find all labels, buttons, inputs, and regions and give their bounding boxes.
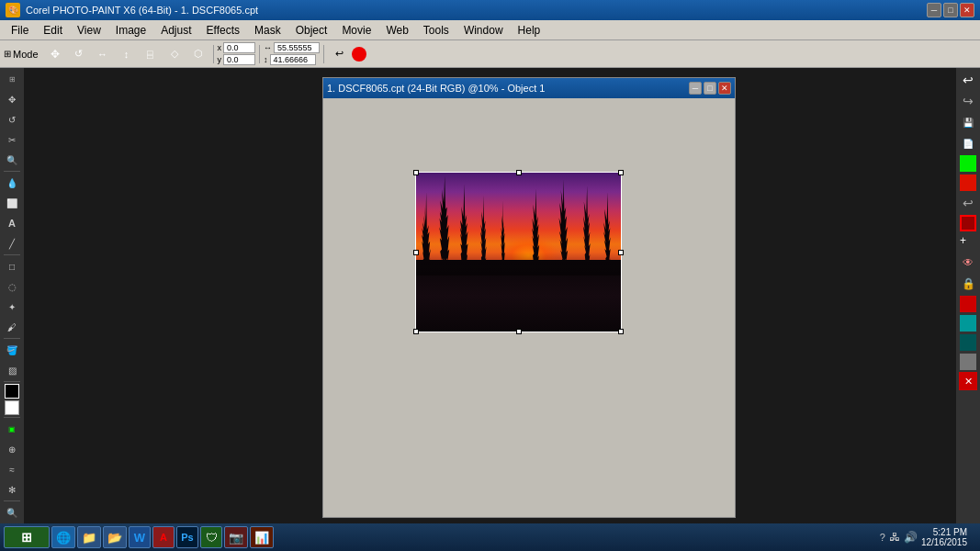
plus-btn[interactable]: +: [960, 234, 976, 251]
tool-crop[interactable]: ✂: [3, 130, 21, 149]
tool-eyedrop[interactable]: 💧: [3, 174, 21, 192]
doc-minimize-btn[interactable]: ─: [689, 82, 702, 95]
taskbar-camera[interactable]: 📷: [224, 526, 248, 548]
handle-tr[interactable]: [618, 170, 624, 175]
taskbar-folder2[interactable]: 📂: [103, 526, 127, 548]
tool-transform[interactable]: ↺: [3, 110, 21, 129]
taskbar-ie[interactable]: 🌐: [51, 526, 75, 548]
tool-move[interactable]: ✥: [3, 90, 21, 108]
tool-magic-wand[interactable]: ✦: [3, 298, 21, 316]
menu-object[interactable]: Object: [288, 20, 335, 39]
handle-bl[interactable]: [413, 329, 419, 334]
tool-effect-brush[interactable]: ✻: [3, 480, 21, 499]
trash-btn[interactable]: ✕: [959, 372, 977, 390]
taskbar-presenter[interactable]: 📊: [250, 526, 274, 548]
red-swatch-top[interactable]: [960, 174, 976, 191]
tool-smear[interactable]: ≈: [3, 460, 21, 478]
red-swatch-mid[interactable]: [960, 296, 976, 312]
start-button[interactable]: ⊞: [4, 526, 50, 548]
taskbar-explorer[interactable]: 📁: [77, 526, 101, 548]
left-toolbox: ⊞ ✥ ↺ ✂ 🔍 💧 ⬜ A ╱ □ ◌ ✦ 🖌 🪣 ▨ ▣ ⊕ ≈ ✻ 🔍: [0, 68, 24, 523]
fg-swatch[interactable]: [5, 384, 19, 399]
handle-mr[interactable]: [618, 250, 624, 255]
question-icon[interactable]: ?: [880, 532, 885, 543]
size-h: ↕ 41.66666: [264, 54, 320, 65]
menu-view[interactable]: View: [70, 20, 108, 39]
teal-swatch[interactable]: [960, 315, 976, 332]
tool-clone[interactable]: ⊕: [3, 440, 21, 458]
rotate-btn[interactable]: ↺: [68, 44, 90, 64]
undo-btn[interactable]: ↩: [958, 70, 978, 90]
undo2-btn[interactable]: ↩: [958, 193, 978, 213]
taskbar-word[interactable]: W: [129, 526, 151, 548]
tool-zoom[interactable]: 🔍: [3, 151, 21, 169]
speaker-icon[interactable]: 🔊: [904, 531, 918, 544]
tool-fill[interactable]: 🪣: [3, 341, 21, 359]
close-button[interactable]: ✕: [960, 3, 974, 17]
distort-btn[interactable]: ◇: [163, 44, 186, 64]
tool-line[interactable]: ╱: [3, 234, 21, 253]
handle-tl[interactable]: [413, 170, 419, 175]
bg-swatch[interactable]: [5, 400, 19, 415]
menu-image[interactable]: Image: [108, 20, 153, 39]
coord-y: y 0.0: [218, 54, 256, 65]
handle-br[interactable]: [618, 329, 624, 334]
menu-tools[interactable]: Tools: [416, 20, 456, 39]
tool-zoom2[interactable]: 🔍: [3, 503, 21, 522]
title-bar-left: 🎨 Corel PHOTO-PAINT X6 (64-Bit) - 1. DSC…: [6, 3, 258, 17]
doc-maximize-btn[interactable]: □: [704, 82, 716, 95]
perspective-btn[interactable]: ⬡: [187, 44, 209, 64]
doc-close-btn[interactable]: ✕: [718, 82, 731, 95]
menu-window[interactable]: Window: [456, 20, 511, 39]
skew-btn[interactable]: ⌸: [140, 44, 162, 64]
folder-icon: 📁: [82, 531, 96, 545]
handle-bc[interactable]: [516, 329, 522, 334]
tool-blend[interactable]: ▣: [3, 420, 21, 438]
doc-title-controls[interactable]: ─ □ ✕: [689, 82, 731, 95]
taskbar-photoshop[interactable]: Ps: [176, 526, 198, 548]
tool-eraser[interactable]: ⬜: [3, 194, 21, 212]
tool-text[interactable]: A: [3, 214, 21, 232]
taskbar-shield[interactable]: 🛡: [200, 526, 222, 548]
taskbar-acrobat[interactable]: A: [152, 526, 175, 548]
right-toolbox: ↩ ↪ 💾 📄 ↩ + 👁 🔒 ✕: [956, 68, 980, 523]
menu-help[interactable]: Help: [511, 20, 548, 39]
green-swatch[interactable]: [960, 155, 976, 172]
apply-btn[interactable]: ↩: [328, 44, 350, 64]
title-bar-controls[interactable]: ─ □ ✕: [927, 3, 974, 17]
menu-mask[interactable]: Mask: [247, 20, 288, 39]
lock-btn[interactable]: 🔒: [958, 274, 978, 294]
transform-move-btn[interactable]: ✥: [44, 44, 66, 64]
menu-edit[interactable]: Edit: [36, 20, 70, 39]
menu-web[interactable]: Web: [378, 20, 415, 39]
eye-btn[interactable]: 👁: [958, 253, 978, 273]
photo-container[interactable]: [415, 172, 622, 332]
menu-effects[interactable]: Effects: [199, 20, 247, 39]
size-w: ↔ 55.55555: [264, 42, 320, 53]
tool-rect-select[interactable]: □: [3, 257, 21, 276]
mode-icon: ⊞: [4, 49, 11, 59]
flip-h-btn[interactable]: ↔: [92, 44, 114, 64]
word-icon: W: [134, 531, 145, 545]
new-btn[interactable]: 📄: [958, 133, 978, 153]
tool-gradient[interactable]: ▨: [3, 361, 21, 379]
dark-teal-swatch[interactable]: [960, 334, 976, 351]
menu-file[interactable]: File: [4, 20, 36, 39]
maximize-button[interactable]: □: [943, 3, 958, 17]
tool-brush[interactable]: 🖌: [3, 318, 21, 336]
redo-btn[interactable]: ↪: [958, 91, 978, 111]
minimize-button[interactable]: ─: [927, 3, 941, 17]
gray-swatch[interactable]: [960, 354, 976, 370]
menu-movie[interactable]: Movie: [334, 20, 378, 39]
save-btn[interactable]: 💾: [958, 112, 978, 132]
flip-v-btn[interactable]: ↕: [116, 44, 138, 64]
tool-picker[interactable]: ⊞: [3, 70, 21, 88]
handle-tc[interactable]: [516, 170, 522, 175]
menu-adjust[interactable]: Adjust: [153, 20, 198, 39]
network-icon[interactable]: 🖧: [889, 531, 900, 544]
doc-content[interactable]: [323, 98, 735, 517]
handle-ml[interactable]: [413, 250, 419, 255]
stop-btn[interactable]: [352, 47, 366, 62]
tool-lasso[interactable]: ◌: [3, 277, 21, 296]
dark-red-swatch[interactable]: [960, 215, 976, 231]
